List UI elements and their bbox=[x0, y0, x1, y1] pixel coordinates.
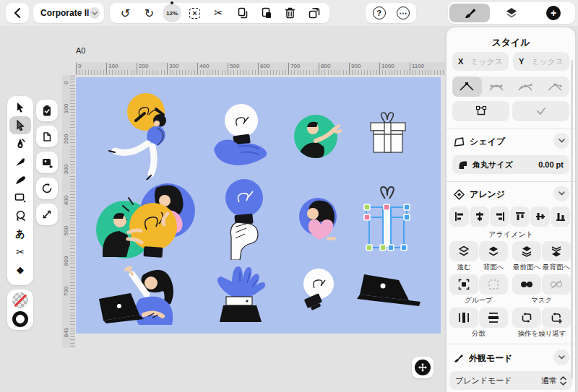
illustration-black-laptop[interactable] bbox=[354, 273, 423, 309]
distribute-vertical-button[interactable] bbox=[479, 308, 508, 328]
node-tool[interactable] bbox=[9, 116, 31, 134]
more-options-button[interactable]: ⋯ bbox=[391, 3, 415, 23]
stroke-color-swatch[interactable] bbox=[12, 311, 28, 327]
ruler-label: 100 bbox=[106, 63, 118, 74]
bring-to-front-button[interactable] bbox=[512, 241, 541, 261]
illustration-man-in-green-circle[interactable] bbox=[293, 112, 342, 161]
duplicate-button[interactable] bbox=[302, 3, 326, 23]
ruler-label: 200 bbox=[137, 63, 148, 74]
illustration-open-hand-blue[interactable] bbox=[214, 261, 266, 323]
group-button[interactable] bbox=[449, 274, 478, 295]
align-left-icon bbox=[454, 212, 465, 222]
paintbrush-icon bbox=[15, 175, 26, 185]
pencil-tool[interactable] bbox=[9, 152, 31, 170]
illustration-two-people-with-lightbulb[interactable] bbox=[92, 179, 199, 260]
deselect-button[interactable]: × bbox=[183, 3, 207, 23]
send-backward-button[interactable] bbox=[479, 241, 508, 261]
edit-path-button[interactable] bbox=[452, 101, 509, 121]
align-left-button[interactable] bbox=[449, 206, 469, 227]
selection-tool[interactable] bbox=[9, 98, 31, 116]
send-to-back-button[interactable] bbox=[542, 241, 571, 261]
disconnected-node-icon bbox=[547, 82, 563, 92]
navigator-button[interactable] bbox=[412, 357, 434, 378]
align-top-button[interactable] bbox=[510, 206, 530, 227]
undo-button[interactable]: ↺ bbox=[113, 3, 137, 23]
appearance-brush-icon bbox=[454, 353, 464, 363]
quick-action-clipboard[interactable] bbox=[36, 100, 58, 121]
illustration-hand-holding-white-lightbulb[interactable] bbox=[208, 103, 278, 170]
tab-style[interactable] bbox=[449, 4, 490, 22]
align-bottom-button[interactable] bbox=[551, 206, 570, 227]
panel-scrollbar[interactable] bbox=[571, 60, 573, 379]
artboard-label[interactable]: A0 bbox=[76, 46, 85, 55]
align-middle-v-button[interactable] bbox=[530, 206, 550, 227]
node-type-asymmetric[interactable] bbox=[511, 77, 540, 97]
scissors-tool[interactable]: ✂ bbox=[9, 243, 31, 261]
x-coordinate-field[interactable]: X ミックス bbox=[452, 52, 509, 71]
confirm-path-button[interactable] bbox=[512, 101, 569, 121]
arrange-collapse-button[interactable] bbox=[553, 186, 569, 201]
zoom-level-button[interactable]: 12% bbox=[161, 3, 183, 23]
quick-action-line[interactable] bbox=[36, 204, 58, 225]
paste-button[interactable] bbox=[254, 3, 278, 23]
appearance-collapse-button[interactable] bbox=[553, 349, 569, 365]
divider bbox=[447, 344, 575, 344]
quick-action-auto-trace[interactable] bbox=[36, 152, 58, 173]
redo-button[interactable]: ↻ bbox=[137, 3, 161, 23]
deselect-icon: × bbox=[189, 8, 200, 19]
move-arrows-icon bbox=[415, 360, 431, 375]
node-type-disconnected[interactable] bbox=[540, 77, 570, 97]
lasso-tool[interactable] bbox=[9, 206, 31, 225]
illustration-woman-with-heart-in-circle[interactable] bbox=[298, 196, 340, 245]
style-inspector-panel: スタイル X ミックス Y ミックス bbox=[447, 27, 575, 392]
cut-button[interactable]: ✂ bbox=[207, 3, 230, 23]
ruler-label: 500 bbox=[228, 63, 239, 74]
shape-tool[interactable] bbox=[9, 188, 31, 206]
delete-button[interactable] bbox=[278, 3, 302, 23]
tool-strip: あ ✂ ◆ bbox=[7, 96, 33, 285]
artboard-a0[interactable] bbox=[76, 77, 441, 334]
fill-stroke-swatches bbox=[7, 289, 33, 330]
align-middle-v-icon bbox=[535, 212, 545, 222]
back-button[interactable] bbox=[6, 3, 29, 23]
illustration-gift-box[interactable] bbox=[365, 112, 413, 158]
fill-color-swatch-none[interactable] bbox=[12, 292, 28, 308]
illustration-person-leaping-with-lightbulb[interactable] bbox=[101, 90, 184, 180]
ungroup-button[interactable] bbox=[479, 274, 508, 295]
repeat-last-button[interactable] bbox=[512, 308, 541, 328]
shape-section-label: シェイプ bbox=[470, 136, 505, 148]
shape-collapse-button[interactable] bbox=[553, 133, 569, 149]
y-coordinate-field[interactable]: Y ミックス bbox=[513, 52, 569, 71]
distribute-horizontal-button[interactable] bbox=[449, 308, 478, 328]
illustration-hand-holding-blue-lightbulb[interactable] bbox=[220, 178, 267, 260]
tab-layers[interactable] bbox=[491, 4, 532, 22]
node-type-corner[interactable] bbox=[452, 77, 482, 97]
repeat-and-duplicate-button[interactable] bbox=[542, 308, 571, 328]
blend-mode-row[interactable]: ブレンドモード 通常 bbox=[449, 371, 572, 390]
eraser-tool[interactable]: ◆ bbox=[9, 261, 31, 279]
copy-button[interactable] bbox=[230, 3, 254, 23]
mask-button[interactable] bbox=[512, 274, 541, 295]
quick-action-rotate[interactable] bbox=[36, 178, 58, 199]
corner-radius-row[interactable]: 角丸サイズ 0.00 pt bbox=[452, 155, 569, 174]
text-tool[interactable]: あ bbox=[9, 225, 31, 243]
asymmetric-node-icon bbox=[517, 82, 533, 92]
align-center-h-button[interactable] bbox=[470, 206, 489, 227]
pen-tool[interactable] bbox=[9, 134, 31, 152]
quadrilateral-icon bbox=[454, 136, 465, 147]
node-type-smooth[interactable] bbox=[482, 77, 512, 97]
help-button[interactable]: ? bbox=[367, 3, 391, 23]
redo-icon: ↻ bbox=[144, 6, 154, 20]
illustration-gift-box-selected-wireframe[interactable] bbox=[363, 185, 412, 256]
align-right-button[interactable] bbox=[490, 206, 509, 227]
bring-forward-button[interactable] bbox=[449, 241, 478, 261]
document-title-menu[interactable]: Corporate Il... bbox=[33, 3, 104, 23]
quick-action-paste-style[interactable] bbox=[36, 126, 58, 147]
tab-add[interactable]: + bbox=[533, 4, 574, 22]
illustration-woman-with-laptop[interactable] bbox=[98, 261, 188, 325]
ruler-label: 1100 bbox=[410, 63, 424, 74]
unmask-button[interactable] bbox=[542, 274, 571, 295]
brush-tool[interactable] bbox=[9, 170, 31, 188]
blend-mode-value: 通常 bbox=[541, 375, 557, 386]
illustration-tilted-lightbulb[interactable] bbox=[296, 267, 338, 315]
